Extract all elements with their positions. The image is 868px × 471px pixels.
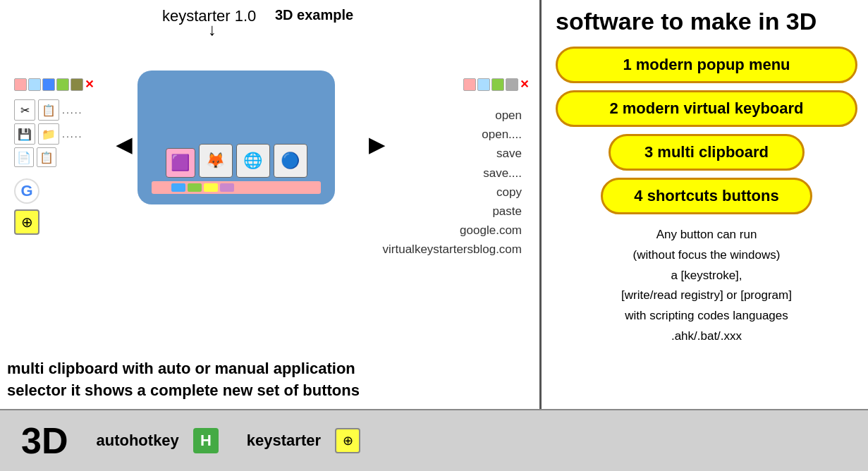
toolbar-row-1: ✕ xyxy=(14,78,94,91)
button-multi-clipboard[interactable]: 3 multi clipboard xyxy=(609,134,805,171)
menu-item-google[interactable]: google.com xyxy=(383,221,522,240)
left-panel: keystarter 1.0 3D example ↓ ✕ xyxy=(0,0,536,409)
menu-item-open-dots[interactable]: open.... xyxy=(383,125,522,144)
illustration-area: ✕ ✂ 📋 ..... 💾 📁 ..... 📄 📋 G xyxy=(7,63,529,226)
menu-item-save[interactable]: save xyxy=(383,144,522,163)
dots-1: ..... xyxy=(62,104,82,116)
any-btn-line4: [write/read registry] or [program] xyxy=(556,286,857,306)
mini-btn-green[interactable] xyxy=(56,78,69,91)
right-btn-gray[interactable] xyxy=(506,78,518,91)
any-btn-line1: Any button can run xyxy=(556,225,857,245)
example-label: 3D example xyxy=(275,7,353,23)
button-popup-menu[interactable]: 1 modern popup menu xyxy=(556,47,857,83)
vertical-divider xyxy=(539,0,542,409)
mini-btn-cyan[interactable] xyxy=(28,78,41,91)
desc-line2: selector it shows a complete new set of … xyxy=(7,380,360,402)
app-icon-pink[interactable]: 🟪 xyxy=(166,148,195,178)
icon-row-file2: 💾 📁 ..... xyxy=(14,123,82,145)
menu-item-save-dots[interactable]: save.... xyxy=(383,164,522,183)
app-icon-firefox[interactable]: 🦊 xyxy=(199,144,233,178)
footer-3d-label: 3D xyxy=(21,420,68,462)
crosshair-icon[interactable]: ⊕ xyxy=(14,209,39,235)
dots-2: ..... xyxy=(62,128,82,140)
any-btn-line5: with scripting codes languages xyxy=(556,306,857,326)
app-icon-ie[interactable]: 🔵 xyxy=(274,144,307,178)
mini-btn-pink[interactable] xyxy=(14,78,27,91)
app-icons-row: 🟪 🦊 🌐 🔵 xyxy=(166,144,307,178)
any-btn-line6: .ahk/.bat/.xxx xyxy=(556,326,857,347)
shelf-btn-1[interactable] xyxy=(155,183,169,192)
any-btn-line3: a [keystroke], xyxy=(556,266,857,286)
shelf-btn-2[interactable] xyxy=(171,183,185,192)
title-area: keystarter 1.0 3D example xyxy=(7,7,529,42)
title-arrow: ↓ xyxy=(208,20,216,39)
bottom-description: multi clipboard with auto or manual appl… xyxy=(7,358,360,402)
mini-btn-blue[interactable] xyxy=(42,78,55,91)
toolbar-icon-clip[interactable]: 📋 xyxy=(37,147,56,167)
right-title: software to make in 3D xyxy=(556,7,857,36)
footer-autohotkey-label: autohotkey xyxy=(96,432,178,450)
toolbar-icon-save[interactable]: 💾 xyxy=(14,123,35,145)
shelf-btn-5[interactable] xyxy=(220,183,234,192)
right-toolbar-area: ✕ xyxy=(463,78,529,97)
icon-row-file1: ✂ 📋 ..... xyxy=(14,99,82,121)
shelf-btn-4[interactable] xyxy=(204,183,218,192)
menu-item-copy[interactable]: copy xyxy=(383,183,522,202)
app-icon-chrome[interactable]: 🌐 xyxy=(236,144,270,178)
toolbar-icon-doc[interactable]: 📄 xyxy=(14,147,34,167)
toolbar-icon-scissors[interactable]: ✂ xyxy=(14,99,35,121)
right-btn-green[interactable] xyxy=(491,78,504,91)
button-shortcuts[interactable]: 4 shortcuts buttons xyxy=(601,178,812,214)
any-button-description: Any button can run (without focus the wi… xyxy=(556,225,857,347)
toolbar-icon-open[interactable]: 📁 xyxy=(38,123,59,145)
menu-items: open open.... save save.... copy paste g… xyxy=(383,106,522,259)
menu-item-paste[interactable]: paste xyxy=(383,202,522,221)
menu-item-blog[interactable]: virtualkeystartersblog.com xyxy=(383,240,522,259)
any-btn-line2: (without focus the windows) xyxy=(556,245,857,266)
menu-item-open[interactable]: open xyxy=(383,106,522,125)
right-panel: software to make in 3D 1 modern popup me… xyxy=(545,0,868,409)
left-toolbar: ✕ ✂ 📋 ..... 💾 📁 ..... 📄 📋 G xyxy=(14,78,94,235)
button-virtual-keyboard[interactable]: 2 modern virtual keyboard xyxy=(556,90,857,127)
toolbar-icon-paste1[interactable]: 📋 xyxy=(38,99,59,121)
footer-keystarter-label: keystarter xyxy=(247,432,321,450)
close-x-left[interactable]: ✕ xyxy=(85,78,94,91)
shelf xyxy=(152,181,321,194)
icon-row-file3: 📄 📋 xyxy=(14,147,56,167)
footer: 3D autohotkey H keystarter ⊕ xyxy=(0,409,868,471)
google-icon[interactable]: G xyxy=(14,178,39,204)
shelf-btn-3[interactable] xyxy=(188,183,202,192)
close-x-right[interactable]: ✕ xyxy=(520,78,529,91)
blue-shelf-box: 🟪 🦊 🌐 🔵 xyxy=(137,71,335,204)
desc-line1: multi clipboard with auto or manual appl… xyxy=(7,358,360,380)
ahk-icon: H xyxy=(193,428,219,453)
right-btn-cyan[interactable] xyxy=(477,78,490,91)
arrow-left: ◀ xyxy=(116,133,132,157)
right-top-row: ✕ xyxy=(463,78,529,91)
ahk-letter: H xyxy=(200,432,212,450)
keystarter-footer-icon: ⊕ xyxy=(335,428,360,453)
right-btn-pink[interactable] xyxy=(463,78,476,91)
mini-btn-olive[interactable] xyxy=(71,78,83,91)
